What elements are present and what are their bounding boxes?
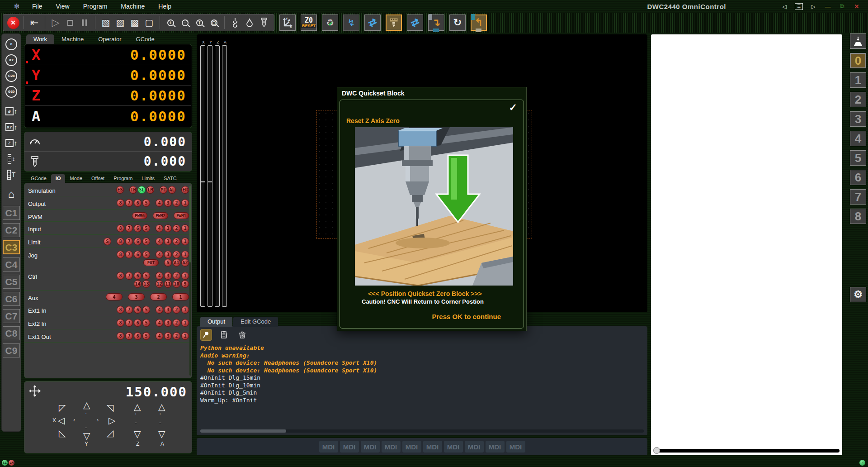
jog-down-right-icon[interactable]: ◿ bbox=[107, 429, 113, 438]
pause-button[interactable] bbox=[77, 15, 92, 30]
jog-right-icon[interactable]: ▷ bbox=[108, 416, 115, 425]
axes-xyz-button[interactable]: YZX bbox=[279, 14, 296, 31]
io-tab-satc[interactable]: SATC bbox=[159, 174, 181, 183]
copy-icon[interactable] bbox=[218, 329, 230, 341]
io-scrollbar[interactable] bbox=[189, 186, 191, 376]
stop-button[interactable] bbox=[63, 15, 77, 30]
jog-a-up-icon[interactable]: △ bbox=[158, 402, 165, 411]
close-icon[interactable]: ✕ bbox=[853, 3, 861, 10]
dro-tab-machine[interactable]: Machine bbox=[54, 34, 91, 44]
station-button-3[interactable]: 3 bbox=[850, 111, 866, 127]
view-cube-3-button[interactable]: ▩ bbox=[127, 15, 142, 30]
dialog-ok-text[interactable]: Press OK to continue bbox=[432, 313, 501, 320]
mdi-button[interactable]: MDI bbox=[486, 441, 505, 453]
macro-button-c7[interactable]: C7 bbox=[3, 309, 20, 323]
nav-back-icon[interactable]: ◁ bbox=[780, 3, 788, 10]
macro-button-c6[interactable]: C6 bbox=[3, 292, 20, 306]
goto-g30-icon[interactable]: G30 bbox=[3, 84, 19, 99]
mdi-button[interactable]: MDI bbox=[319, 441, 338, 453]
macro-button-c5[interactable]: C5 bbox=[3, 275, 20, 289]
nav-forward-icon[interactable]: ▷ bbox=[809, 3, 817, 10]
zero-z-icon[interactable]: Z↑ bbox=[3, 135, 19, 150]
jog-move-icon[interactable] bbox=[29, 385, 41, 399]
jog-z-step-icons[interactable]: ˈˍ bbox=[135, 414, 137, 422]
zoom-out-button[interactable]: − bbox=[178, 15, 192, 30]
mdi-button[interactable]: MDI bbox=[423, 441, 442, 453]
mdi-button[interactable]: MDI bbox=[465, 441, 484, 453]
jog-up-left-icon[interactable]: ◸ bbox=[59, 403, 66, 412]
home-icon[interactable]: ⌂ bbox=[3, 186, 19, 201]
view-cube-1-button[interactable]: ▧ bbox=[99, 15, 113, 30]
mdi-button[interactable]: MDI bbox=[382, 441, 401, 453]
pin-icon[interactable] bbox=[200, 329, 212, 341]
settings-gear-button[interactable]: ⚙ bbox=[850, 287, 866, 302]
station-button-2[interactable]: 2 bbox=[850, 92, 866, 107]
station-button-5[interactable]: 5 bbox=[850, 150, 866, 166]
zero-all-icon[interactable]: ⌀↑ bbox=[3, 104, 19, 119]
macro-button-c9[interactable]: C9 bbox=[3, 343, 20, 357]
io-tab-program[interactable]: Program bbox=[109, 174, 137, 183]
clear-icon[interactable] bbox=[236, 329, 248, 341]
minimize-icon[interactable]: ― bbox=[824, 3, 832, 10]
console-tab-edit-gcode[interactable]: Edit GCode bbox=[233, 317, 278, 327]
jog-up-icon[interactable]: △ bbox=[83, 400, 90, 410]
goto-xy-icon[interactable]: XY bbox=[3, 52, 19, 67]
menu-item-machine[interactable]: Machine bbox=[114, 3, 151, 10]
mdi-button[interactable]: MDI bbox=[361, 441, 380, 453]
jog-a-step-icons[interactable]: ˈˍ bbox=[159, 414, 161, 422]
tool-setter-button[interactable] bbox=[850, 33, 866, 49]
macro-button-c3[interactable]: C3 bbox=[3, 240, 20, 254]
macro-button-c8[interactable]: C8 bbox=[3, 326, 20, 340]
measure-tool-icon[interactable]: T bbox=[3, 167, 19, 182]
dro-tab-gcode[interactable]: GCode bbox=[129, 34, 162, 44]
list-scrollbar[interactable] bbox=[654, 449, 840, 453]
io-tab-mode[interactable]: Mode bbox=[65, 174, 87, 183]
jog-left-icon[interactable]: ◁ bbox=[58, 416, 65, 425]
jog-a-down-icon[interactable]: ▽ bbox=[158, 429, 165, 438]
jog-right-step-icon[interactable]: › bbox=[97, 417, 99, 423]
estop-button[interactable]: ✕ bbox=[6, 15, 20, 30]
console-tab-output[interactable]: Output bbox=[200, 317, 232, 327]
laser-button[interactable]: ↯ bbox=[343, 14, 359, 31]
jog-up-step-icon[interactable]: ˈ bbox=[85, 412, 87, 418]
measure-height-icon[interactable]: ↕ bbox=[3, 151, 19, 166]
mdi-button[interactable]: MDI bbox=[444, 441, 463, 453]
view-cube-2-button[interactable]: ▨ bbox=[113, 15, 127, 30]
gcode-list-panel[interactable] bbox=[651, 34, 842, 455]
io-tab-limits[interactable]: Limits bbox=[137, 174, 159, 183]
mdi-button[interactable]: MDI bbox=[506, 441, 525, 453]
menu-item-file[interactable]: File bbox=[25, 3, 49, 10]
mdi-button[interactable]: MDI bbox=[340, 441, 359, 453]
jog-left-step-icon[interactable]: ‹ bbox=[73, 417, 75, 423]
exit-button[interactable]: ⇤ bbox=[27, 15, 42, 30]
io-tab-gcode[interactable]: GCode bbox=[26, 174, 51, 183]
jog-up-right-icon[interactable]: ◹ bbox=[107, 403, 113, 412]
station-button-7[interactable]: 7 bbox=[850, 189, 866, 205]
zero-xy-icon[interactable]: XY↑ bbox=[3, 119, 19, 134]
spindle-load-button[interactable] bbox=[386, 14, 402, 31]
maximize-icon[interactable]: ⧉ bbox=[838, 3, 846, 10]
mdi-button[interactable]: MDI bbox=[402, 441, 421, 453]
rotary-button[interactable]: ↻ bbox=[449, 14, 466, 31]
station-button-4[interactable]: 4 bbox=[850, 131, 866, 146]
swap-arrows-2-button[interactable]: ⇄ bbox=[407, 14, 423, 31]
recycle-check-button[interactable]: ♻✔ bbox=[322, 14, 338, 31]
zoom-extents-button[interactable]: ▢ bbox=[207, 15, 221, 30]
list-scroll-handle[interactable] bbox=[653, 447, 660, 454]
jog-down-left-icon[interactable]: ◺ bbox=[59, 429, 66, 438]
io-tab-offset[interactable]: Offset bbox=[87, 174, 109, 183]
station-button-6[interactable]: 6 bbox=[850, 170, 866, 185]
tool-up-button[interactable]: ↰ bbox=[471, 14, 487, 31]
tool-down-button[interactable]: ↴ bbox=[428, 14, 444, 31]
zoom-in-button[interactable]: + bbox=[163, 15, 178, 30]
station-button-8[interactable]: 8 bbox=[850, 209, 866, 224]
dialog-confirm-check-icon[interactable]: ✓ bbox=[509, 102, 517, 114]
zoom-tool-button[interactable]: T bbox=[192, 15, 207, 30]
macro-button-c4[interactable]: C4 bbox=[3, 257, 20, 272]
station-button-1[interactable]: 1 bbox=[850, 72, 866, 88]
coolant-button[interactable] bbox=[242, 15, 257, 30]
dro-tab-work[interactable]: Work bbox=[26, 34, 54, 44]
z0-reset-button[interactable]: Z0RESET bbox=[301, 14, 317, 31]
menu-item-help[interactable]: Help bbox=[151, 3, 178, 10]
jog-down-step-icon[interactable]: ˍ bbox=[85, 422, 87, 428]
